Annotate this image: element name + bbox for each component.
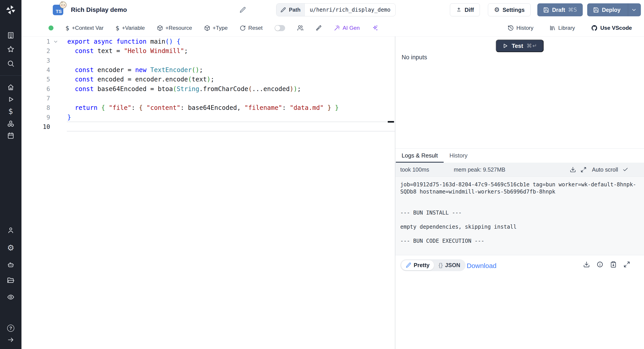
library-icon	[550, 25, 556, 31]
resources-boxes-icon[interactable]	[7, 120, 15, 128]
add-resource-button[interactable]: +Resource	[157, 25, 192, 31]
history-button[interactable]: History	[508, 25, 533, 31]
no-inputs-text: No inputs	[402, 54, 427, 61]
package-icon	[204, 25, 210, 31]
result-panel: Pretty {} JSON Download	[395, 255, 644, 349]
code-line[interactable]: }	[67, 113, 71, 122]
clipboard-copy-icon[interactable]	[610, 261, 617, 268]
json-view-button[interactable]: {} JSON	[434, 260, 465, 270]
line-number: 8	[22, 103, 50, 113]
auto-scroll-label[interactable]: Auto scroll	[592, 166, 618, 173]
chevron-down-icon[interactable]	[631, 7, 637, 13]
reset-button[interactable]: Reset	[240, 25, 262, 31]
test-shortcut: ⌘↵	[526, 43, 537, 49]
variables-dollar-icon[interactable]: $	[7, 107, 15, 115]
runs-play-icon[interactable]	[7, 95, 15, 103]
content-split: 1export async function main() {2 const t…	[22, 36, 644, 349]
favorites-star-icon[interactable]	[7, 45, 15, 53]
gear-icon: ⚙	[494, 7, 500, 13]
run-status-bar: took 100ms mem peak: 9.527MB Auto scroll	[395, 163, 644, 177]
save-icon	[543, 7, 549, 13]
search-icon[interactable]	[7, 60, 15, 68]
package-icon	[157, 25, 163, 31]
tab-logs-and-result[interactable]: Logs & Result	[396, 149, 444, 163]
path-label: Path	[289, 7, 300, 13]
diff-button[interactable]: Diff	[450, 3, 480, 16]
result-actions	[583, 261, 630, 268]
overview-ruler-cursor-mark	[388, 121, 394, 123]
windmill-logo-icon[interactable]	[6, 5, 16, 15]
check-icon[interactable]	[622, 167, 628, 172]
mem-peak: mem peak: 9.527MB	[454, 166, 505, 173]
add-context-var-button[interactable]: $ +Context Var	[66, 25, 104, 32]
line-number: 7	[22, 94, 50, 103]
inputs-section: Test ⌘↵ No inputs	[395, 37, 644, 148]
refresh-icon	[240, 25, 246, 31]
line-number: 10	[22, 122, 50, 132]
draft-button[interactable]: Draft ⌘S	[537, 3, 583, 16]
add-type-button[interactable]: +Type	[204, 25, 228, 31]
multiplayer-toggle[interactable]	[274, 25, 285, 31]
run-duration: took 100ms	[400, 166, 429, 173]
main-area: TS Rich Display demo	[22, 0, 644, 349]
sparkles-icon[interactable]	[372, 25, 378, 31]
add-variable-button[interactable]: $ +Variable	[116, 25, 145, 32]
download-logs-icon[interactable]	[570, 166, 576, 173]
test-button[interactable]: Test ⌘↵	[496, 40, 544, 52]
play-icon	[502, 43, 508, 49]
code-editor[interactable]: 1export async function main() {2 const t…	[22, 37, 395, 349]
draft-shortcut: ⌘S	[568, 7, 577, 13]
schedules-calendar-icon[interactable]	[7, 132, 15, 140]
path-edit-button[interactable]: Path	[276, 4, 305, 16]
log-output[interactable]: job=01912d75-163d-8204-47c9-5469c516cb1e…	[395, 177, 644, 255]
expand-result-icon[interactable]	[624, 261, 630, 268]
diff-icon	[456, 7, 462, 13]
tab-history[interactable]: History	[444, 149, 474, 163]
ai-gen-button[interactable]: AI Gen	[334, 25, 360, 31]
edit-summary-pencil-icon[interactable]	[240, 7, 246, 13]
code-line[interactable]: const encoded = encoder.encode(text);	[67, 75, 214, 84]
rich-result-download-link[interactable]: Download	[467, 262, 496, 270]
run-panel: Test ⌘↵ No inputs Logs & Result History …	[395, 37, 644, 349]
format-brush-icon[interactable]	[316, 25, 322, 31]
pencil-icon	[280, 7, 286, 13]
sidebar-divider	[0, 75, 22, 76]
help-icon[interactable]: ?	[7, 324, 15, 332]
line-number: 1	[22, 37, 50, 46]
result-view-switcher: Pretty {} JSON	[400, 259, 466, 271]
line-number: 9	[22, 113, 50, 122]
history-clock-icon	[508, 25, 514, 31]
collaborators-users-icon[interactable]	[297, 25, 304, 31]
workspace-building-icon[interactable]	[7, 31, 15, 39]
folders-icon[interactable]	[7, 276, 15, 284]
download-result-icon[interactable]	[583, 261, 590, 268]
workers-robot-icon[interactable]	[7, 261, 15, 269]
code-line[interactable]: export async function main() {	[67, 37, 180, 46]
expand-logs-icon[interactable]	[580, 167, 586, 173]
path-value[interactable]: u/henri/rich_display_demo	[305, 4, 395, 16]
sidebar: $ ⚙ ?	[0, 0, 22, 349]
use-vscode-button[interactable]: Use VScode	[591, 25, 632, 31]
settings-button[interactable]: ⚙ Settings	[488, 3, 531, 16]
code-line[interactable]: const encoder = new TextEncoder();	[67, 65, 203, 75]
code-line[interactable]: return { "file": { "content": base64Enco…	[67, 103, 339, 113]
line-number: 3	[22, 56, 50, 65]
user-person-icon[interactable]	[7, 226, 15, 234]
code-line[interactable]: const base64Encoded = btoa(String.fromCh…	[67, 84, 301, 94]
bun-emoji-icon	[59, 1, 67, 9]
deploy-button[interactable]: Deploy	[587, 3, 641, 16]
pretty-view-button[interactable]: Pretty	[401, 260, 434, 270]
audit-eye-icon[interactable]	[7, 293, 15, 301]
dollar-icon: $	[66, 25, 69, 32]
home-icon[interactable]	[7, 83, 15, 91]
info-icon[interactable]	[596, 261, 603, 268]
collapse-sidebar-arrow-icon[interactable]	[7, 336, 15, 344]
code-line[interactable]: const text = "Hello Windmill";	[67, 46, 188, 56]
github-icon	[591, 25, 598, 31]
log-actions: Auto scroll	[570, 166, 628, 173]
fold-chevron-icon[interactable]	[53, 39, 58, 44]
windmill-script-editor: $ ⚙ ? TS	[0, 0, 644, 349]
library-button[interactable]: Library	[550, 25, 575, 31]
settings-gear-icon[interactable]: ⚙	[7, 244, 15, 252]
current-line-highlight	[67, 122, 395, 132]
